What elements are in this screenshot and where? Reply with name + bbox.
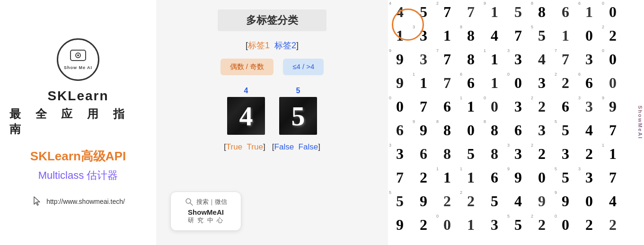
cell: 0 [601, 71, 625, 95]
cell: 2 [601, 213, 625, 236]
grid-row: 33685833223211 [388, 142, 644, 166]
result-false2: False [299, 142, 318, 151]
cell: 9 [388, 71, 412, 95]
cell: 3 [412, 47, 435, 71]
digit5-container: 5 5 [279, 87, 317, 135]
cell: 99 [601, 95, 625, 118]
cell-small-label: 3 [578, 166, 581, 171]
cell-small-label: 0 [602, 48, 604, 53]
middle-panel: 多标签分类 [标签1 标签2] 偶数 / 奇数 ≤4 / >4 4 4 5 5 … [156, 0, 388, 245]
cell-small-label: 5 [555, 166, 557, 171]
cell-small-label: 6 [578, 1, 581, 6]
cell: 55 [530, 24, 554, 47]
cell: 22 [459, 189, 483, 213]
cell-small-label: 5 [389, 190, 391, 195]
cell: 2 [577, 142, 601, 166]
cell: 00 [601, 0, 625, 24]
cell-small-label: 2 [531, 214, 533, 219]
cell: 9 [388, 213, 412, 236]
tag2-label: 标签2 [274, 41, 296, 50]
right-panel: 4452779158866100133188475510229937781133… [388, 0, 644, 245]
cell: 6 [554, 95, 577, 118]
cell-small-label: 7 [555, 48, 557, 53]
cell-small-label: 2 [602, 25, 604, 29]
cell: 22 [530, 213, 554, 236]
cell: 5 [412, 0, 435, 24]
cell: 8 [483, 142, 506, 166]
cell-small-label: 9 [555, 190, 557, 195]
wm-search-icon [185, 198, 194, 206]
cell: 6 [554, 0, 577, 24]
cell-small-label: 0 [389, 96, 391, 100]
cell: 7 [388, 166, 412, 189]
logo-icon [70, 49, 87, 64]
cell: 33 [412, 24, 435, 47]
cell: 00 [388, 95, 412, 118]
cell: 0 [577, 24, 601, 47]
cell: 88 [435, 118, 459, 142]
cell: 33 [506, 47, 530, 71]
cell-small-label: 1 [436, 166, 439, 171]
cell: 5 [459, 142, 483, 166]
cell-small-label: 3 [413, 25, 415, 29]
api-title: SKLearn高级API [30, 148, 126, 165]
cell: 3 [483, 213, 506, 236]
grid-row: 4452779158866100 [388, 0, 644, 24]
brand-title: SKLearn [47, 88, 108, 104]
svg-line-4 [190, 203, 193, 205]
cell: 55 [388, 189, 412, 213]
cell: 22 [530, 142, 554, 166]
cell-small-label: 9 [389, 48, 391, 53]
cell-small-label: 1 [413, 72, 415, 77]
cell: 00 [506, 71, 530, 95]
cell-small-label: 0 [436, 214, 439, 219]
svg-point-2 [77, 54, 79, 56]
website-link[interactable]: http://www.showmeai.tech/ [46, 198, 125, 205]
grid-row: 13318847551022 [388, 24, 644, 47]
cell: 1 [459, 213, 483, 236]
cell: 0 [530, 166, 554, 189]
cell: 4 [577, 118, 601, 142]
cell-small-label: 4 [389, 1, 391, 6]
digit4-container: 4 4 [227, 87, 265, 135]
cell-small-label: 8 [531, 1, 533, 6]
cell: 7 [412, 95, 435, 118]
cell: 11 [601, 142, 625, 166]
cell: 77 [435, 47, 459, 71]
cell: 6 [506, 118, 530, 142]
cell: 1 [435, 24, 459, 47]
cell-small-label: 2 [555, 72, 557, 77]
cell: 22 [601, 24, 625, 47]
cell: 33 [577, 95, 601, 118]
cell: 3 [554, 142, 577, 166]
cell: 99 [506, 166, 530, 189]
cell: 33 [577, 166, 601, 189]
grid-row: 9937781133477300 [388, 47, 644, 71]
cell-small-label: 2 [531, 96, 533, 100]
cell: 22 [554, 71, 577, 95]
cell-small-label: 3 [507, 48, 510, 53]
cell: 61 [577, 0, 601, 24]
grid-row: 5592225499904 [388, 189, 644, 213]
cell: 6 [435, 95, 459, 118]
cell-small-label: 9 [413, 119, 415, 124]
cell: 8 [459, 47, 483, 71]
cell: 3 [506, 95, 530, 118]
digit4-label: 4 [244, 87, 248, 95]
cell: 7 [506, 24, 530, 47]
cell-small-label: 8 [460, 25, 462, 29]
cell: 11 [483, 47, 506, 71]
cell-small-label: 2 [531, 143, 533, 148]
cell: 9 [530, 189, 554, 213]
result-false1: False [274, 142, 294, 151]
cell-small-label: 5 [507, 214, 510, 219]
cell: 88 [459, 24, 483, 47]
result-true2: True [247, 142, 263, 151]
cell: 11 [459, 166, 483, 189]
cell: 66 [577, 71, 601, 95]
cell-small-label: 3 [389, 143, 391, 148]
cell-small-label: 7 [436, 48, 439, 53]
cell: 00 [435, 213, 459, 236]
wm-top-row: 搜索｜微信 [185, 198, 227, 206]
cell: 11 [435, 166, 459, 189]
